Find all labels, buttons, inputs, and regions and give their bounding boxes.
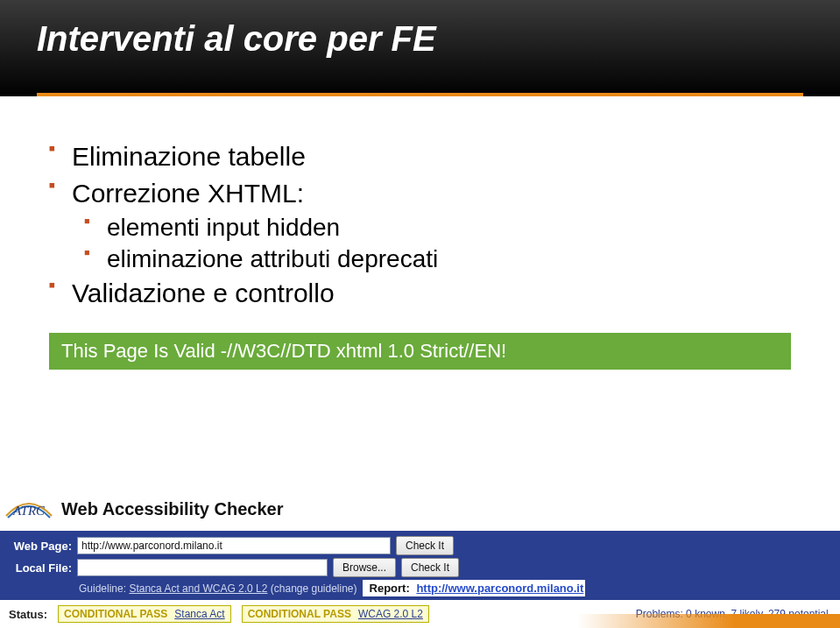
pass-sub-1[interactable]: Stanca Act bbox=[174, 608, 224, 620]
pass-sub-2[interactable]: WCAG 2.0 L2 bbox=[358, 608, 423, 620]
web-page-row: Web Page: Check It bbox=[9, 536, 831, 555]
pass-text-2: CONDITIONAL PASS bbox=[248, 608, 351, 620]
bullet-3: Validazione e controllo bbox=[49, 275, 791, 312]
bullet-2: Correzione XHTML: bbox=[49, 175, 791, 212]
pass-box-wcag: CONDITIONAL PASS WCAG 2.0 L2 bbox=[242, 605, 429, 623]
bullet-1: Eliminazione tabelle bbox=[49, 138, 791, 175]
web-page-input[interactable] bbox=[77, 537, 391, 554]
local-file-input[interactable] bbox=[77, 559, 328, 576]
bottom-accent bbox=[577, 614, 840, 628]
slide-content: Eliminazione tabelle Correzione XHTML: e… bbox=[0, 96, 840, 312]
browse-button[interactable]: Browse... bbox=[333, 558, 396, 577]
slide: Interventi al core per FE Eliminazione t… bbox=[0, 0, 840, 628]
report-label: Report: bbox=[366, 580, 417, 596]
checker-title: Web Accessibility Checker bbox=[61, 499, 283, 519]
bullet-2a: elementi input hidden bbox=[84, 212, 791, 243]
slide-title: Interventi al core per FE bbox=[37, 19, 803, 59]
report-link[interactable]: http://www.parconord.milano.it bbox=[416, 582, 583, 595]
local-file-label: Local File: bbox=[9, 561, 72, 575]
accessibility-checker-panel: ATRC Web Accessibility Checker Web Page:… bbox=[0, 487, 840, 628]
local-file-row: Local File: Browse... Check It bbox=[9, 558, 831, 577]
title-underline bbox=[37, 93, 803, 96]
guideline-link[interactable]: Stanca Act and WCAG 2.0 L2 bbox=[129, 582, 267, 595]
validation-banner: This Page Is Valid -//W3C//DTD xhtml 1.0… bbox=[49, 333, 791, 370]
check-it-button-2[interactable]: Check It bbox=[401, 558, 459, 577]
checker-header: ATRC Web Accessibility Checker bbox=[0, 487, 840, 531]
guideline-text-row: Guideline: Stanca Act and WCAG 2.0 L2 (c… bbox=[9, 582, 357, 595]
svg-text:ATRC: ATRC bbox=[12, 504, 46, 518]
pass-text-1: CONDITIONAL PASS bbox=[64, 608, 167, 620]
web-page-label: Web Page: bbox=[9, 540, 72, 553]
status-label: Status: bbox=[9, 608, 47, 621]
guideline-prefix: Guideline: bbox=[79, 582, 129, 595]
bullet-2b: eliminazione attributi deprecati bbox=[84, 243, 791, 275]
atrc-logo: ATRC bbox=[4, 492, 54, 526]
title-band: Interventi al core per FE bbox=[0, 0, 840, 96]
check-it-button-1[interactable]: Check It bbox=[396, 536, 454, 555]
change-guideline-text: (change guideline) bbox=[267, 582, 356, 595]
pass-box-stanca: CONDITIONAL PASS Stanca Act bbox=[58, 605, 231, 623]
checker-form: Web Page: Check It Local File: Browse...… bbox=[0, 531, 840, 600]
